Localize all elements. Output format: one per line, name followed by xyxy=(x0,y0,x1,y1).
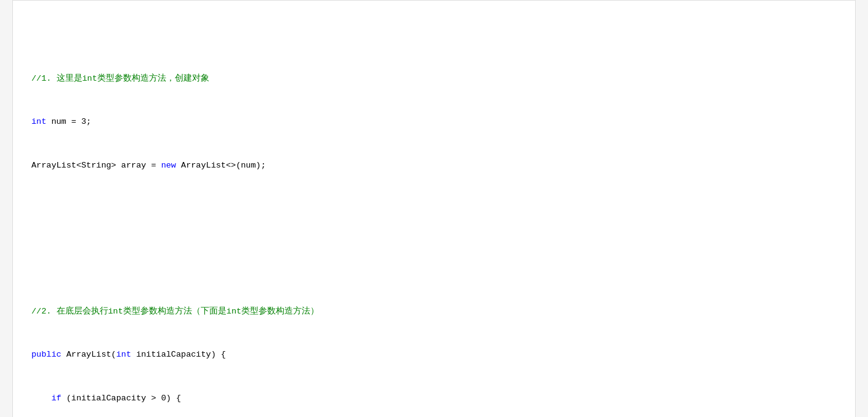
code-text: (initialCapacity > 0) { xyxy=(62,394,181,403)
line-int-num: int num = 3; xyxy=(31,115,837,129)
code-block: //1. 这里是int类型参数构造方法，创建对象 int num = 3; Ar… xyxy=(31,13,837,417)
code-text: ArrayList<>(num); xyxy=(176,161,266,170)
blank-line-1 xyxy=(31,231,837,246)
line-public-arraylist: public ArrayList(int initialCapacity) { xyxy=(31,347,837,362)
comment-text: //2. 在底层会执行int类型参数构造方法（下面是int类型参数构造方法） xyxy=(31,307,319,316)
keyword-public: public xyxy=(31,350,62,359)
code-text: ArrayList<String> array = xyxy=(31,161,161,170)
keyword-int: int xyxy=(31,117,46,126)
keyword-if: if xyxy=(51,394,61,403)
code-container: //1. 这里是int类型参数构造方法，创建对象 int num = 3; Ar… xyxy=(12,0,856,417)
code-text: initialCapacity) { xyxy=(131,350,226,359)
line-arraylist-init: ArrayList<String> array = new ArrayList<… xyxy=(31,158,837,173)
keyword-new: new xyxy=(161,161,176,170)
comment-text: //1. 这里是int类型参数构造方法，创建对象 xyxy=(31,74,209,83)
line-comment-2: //2. 在底层会执行int类型参数构造方法（下面是int类型参数构造方法） xyxy=(31,304,837,319)
code-text: ArrayList( xyxy=(62,350,116,359)
code-text xyxy=(31,394,51,403)
line-comment-1: //1. 这里是int类型参数构造方法，创建对象 xyxy=(31,71,837,86)
code-text: num = 3; xyxy=(46,117,91,126)
keyword-int2: int xyxy=(116,350,131,359)
line-if-positive: if (initialCapacity > 0) { xyxy=(31,391,837,406)
